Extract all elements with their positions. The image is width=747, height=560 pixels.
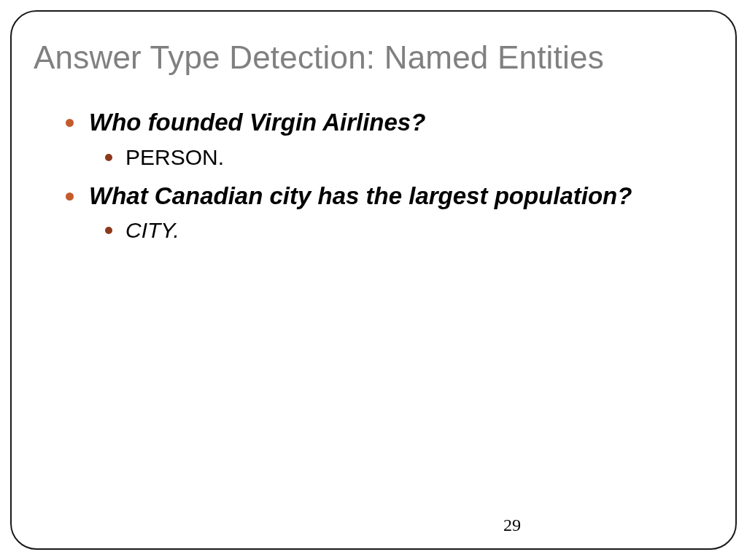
slide-title: Answer Type Detection: Named Entities bbox=[34, 39, 713, 76]
slide-content: Who founded Virgin Airlines? PERSON. Wha… bbox=[34, 106, 713, 246]
bullet-answer-1-text: PERSON. bbox=[125, 145, 224, 169]
bullet-question-1-text: Who founded Virgin Airlines? bbox=[89, 109, 425, 136]
bullet-answer-2-text: CITY. bbox=[125, 218, 179, 242]
slide-frame: Answer Type Detection: Named Entities Wh… bbox=[10, 10, 737, 550]
bullet-answer-1: PERSON. bbox=[105, 142, 713, 173]
bullet-question-1: Who founded Virgin Airlines? bbox=[66, 106, 713, 139]
page-number: 29 bbox=[12, 516, 735, 535]
bullet-question-2-text: What Canadian city has the largest popul… bbox=[89, 182, 632, 209]
bullet-question-2: What Canadian city has the largest popul… bbox=[66, 180, 713, 213]
bullet-answer-2: CITY. bbox=[105, 215, 713, 246]
